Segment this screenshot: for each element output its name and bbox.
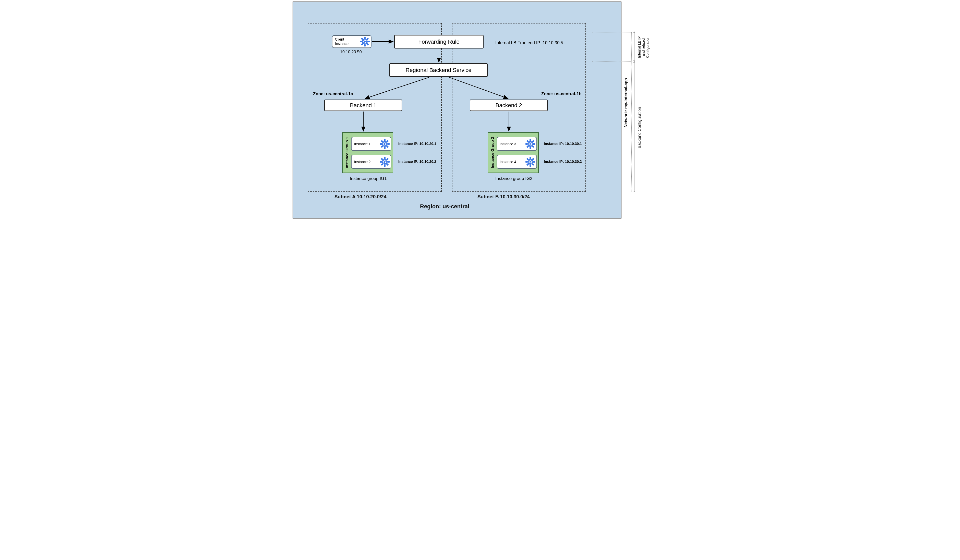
instance-2-label: Instance 2 — [354, 160, 371, 164]
instance-group-1-box: Instance Group 1 Instance 1 Instance 2 — [342, 132, 393, 173]
backend-2-label: Backend 2 — [496, 102, 522, 109]
gear-icon — [525, 157, 535, 167]
bracket-lb-ip — [592, 32, 632, 61]
ig1-caption: Instance group IG1 — [350, 176, 387, 181]
instance-2-box: Instance 2 — [351, 155, 391, 169]
instance-3-label: Instance 3 — [500, 142, 516, 146]
instance-4-ip: Instance IP: 10.10.30.2 — [544, 160, 582, 163]
client-ip-label: 10.10.20.50 — [340, 50, 362, 54]
instance-4-box: Instance 4 — [497, 155, 537, 169]
lb-ip-section-label: Internal LB IP and related Configuration — [637, 29, 650, 65]
instance-1-label: Instance 1 — [354, 142, 371, 146]
instance-4-label: Instance 4 — [500, 160, 516, 164]
backend-1-box: Backend 1 — [324, 99, 402, 111]
subnet-a-label: Subnet A 10.10.20.0/24 — [334, 194, 386, 200]
forwarding-rule-box: Forwarding Rule — [394, 35, 483, 48]
client-instance-label: Client Instance — [335, 37, 349, 46]
instance-group-2-box: Instance Group 2 Instance 3 Instance 4 — [488, 132, 539, 173]
gear-icon — [380, 157, 390, 167]
subnet-b-label: Subnet B 10.10.30.0/24 — [477, 194, 530, 200]
forwarding-rule-label: Forwarding Rule — [418, 38, 459, 45]
region-label: Region: us-central — [420, 203, 469, 210]
zone-b-label: Zone: us-central-1b — [541, 91, 582, 96]
ig1-title: Instance Group 1 — [344, 133, 350, 173]
network-name-label: Network: my-internal-app — [624, 70, 628, 135]
gear-icon — [360, 37, 370, 47]
zone-a-label: Zone: us-central-1a — [313, 91, 353, 96]
instance-3-ip: Instance IP: 10.10.30.1 — [544, 142, 582, 146]
instance-1-box: Instance 1 — [351, 137, 391, 151]
backend-service-label: Regional Backend Service — [405, 67, 471, 74]
backend-section-label: Backend Configuration — [637, 99, 642, 156]
instance-1-ip: Instance IP: 10.10.20.1 — [398, 142, 436, 146]
backend-1-label: Backend 1 — [350, 102, 377, 109]
range-arrow-lb — [634, 33, 634, 61]
instance-3-box: Instance 3 — [497, 137, 537, 151]
backend-service-box: Regional Backend Service — [389, 63, 488, 77]
ig2-caption: Instance group IG2 — [495, 176, 532, 181]
instance-2-ip: Instance IP: 10.10.20.2 — [398, 160, 436, 163]
gear-icon — [380, 139, 390, 149]
gear-icon — [525, 139, 535, 149]
backend-2-box: Backend 2 — [470, 99, 548, 111]
range-arrow-backend — [634, 62, 634, 191]
client-instance-box: Client Instance — [332, 35, 371, 48]
diagram-canvas: Subnet A 10.10.20.0/24 Subnet B 10.10.30… — [291, 0, 669, 220]
ig2-title: Instance Group 2 — [489, 133, 495, 173]
frontend-ip-label: Internal LB Frontend IP: 10.10.30.5 — [495, 40, 563, 45]
